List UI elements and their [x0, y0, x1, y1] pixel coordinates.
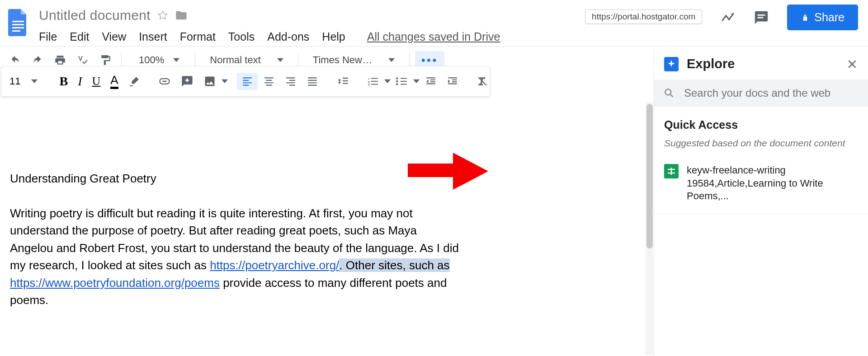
text-color-button[interactable]: A	[106, 71, 123, 92]
insert-image-icon[interactable]	[199, 72, 221, 90]
menu-file[interactable]: File	[39, 30, 57, 43]
quick-access-subtitle: Suggested based on the document content	[664, 138, 858, 149]
annotation-arrow-icon	[408, 151, 489, 192]
align-left-icon[interactable]	[237, 73, 258, 90]
clear-formatting-icon[interactable]	[472, 73, 493, 90]
decrease-indent-icon[interactable]	[420, 73, 441, 90]
paragraph-style-value: Normal text	[210, 54, 260, 66]
close-icon[interactable]	[846, 58, 858, 70]
svg-rect-5	[758, 17, 764, 18]
menu-tools[interactable]: Tools	[228, 30, 255, 43]
quick-access-detail: 19584,Article,Learning to Write Poems,..…	[687, 177, 858, 203]
add-comment-icon[interactable]	[176, 72, 198, 90]
font-dropdown[interactable]: Times New…	[304, 52, 404, 68]
zoom-dropdown[interactable]: 100%	[127, 52, 189, 68]
line-spacing-icon[interactable]	[332, 72, 354, 90]
vertical-scrollbar[interactable]	[646, 102, 653, 355]
comments-icon[interactable]	[754, 10, 769, 25]
document-title[interactable]: Untitled document	[39, 8, 151, 23]
svg-rect-0	[12, 21, 24, 22]
insert-link-icon[interactable]	[154, 72, 175, 90]
document-page[interactable]: Understanding Great Poetry Writing poetr…	[0, 102, 470, 309]
scroll-thumb[interactable]	[646, 104, 653, 248]
bold-button[interactable]: B	[55, 71, 72, 91]
svg-rect-3	[12, 30, 20, 32]
chevron-down-icon	[31, 78, 38, 84]
svg-rect-2	[12, 27, 24, 28]
font-value: Times New…	[313, 54, 372, 66]
font-size-dropdown[interactable]: 11	[6, 74, 46, 89]
align-justify-icon[interactable]	[302, 73, 323, 90]
explore-search[interactable]	[654, 80, 868, 107]
share-label: Share	[814, 11, 844, 24]
share-button[interactable]: Share	[787, 5, 858, 30]
paragraph-style-dropdown[interactable]: Normal text	[201, 52, 292, 68]
explore-search-input[interactable]	[684, 87, 859, 99]
bulleted-list-icon[interactable]	[392, 73, 412, 90]
zoom-value: 100%	[139, 54, 164, 66]
underline-button[interactable]: U	[88, 72, 105, 91]
docs-logo-icon[interactable]	[5, 5, 31, 40]
increase-indent-icon[interactable]	[442, 73, 463, 90]
numbered-list-icon[interactable]	[363, 73, 383, 90]
svg-point-7	[665, 89, 671, 95]
align-right-icon[interactable]	[280, 73, 301, 90]
link-poetryarchive[interactable]: https://poetryarchive.org/	[210, 258, 339, 272]
doc-paragraph: Writing poetry is difficult but reading …	[10, 205, 460, 309]
align-center-icon[interactable]	[259, 73, 279, 90]
quick-access-filename: keyw-freelance-writing	[687, 164, 858, 177]
move-folder-icon[interactable]	[175, 9, 188, 22]
undo-icon[interactable]	[5, 52, 25, 68]
menu-insert[interactable]: Insert	[139, 30, 167, 43]
redo-icon[interactable]	[27, 52, 48, 68]
quick-access-title: Quick Access	[664, 118, 858, 131]
link-poetryfoundation[interactable]: https://www.poetryfoundation.org/poems	[10, 276, 220, 290]
header-right: https://portal.hostgator.com Share	[585, 5, 858, 30]
chevron-down-icon[interactable]	[222, 78, 228, 84]
menu-format[interactable]: Format	[180, 30, 216, 43]
svg-rect-4	[758, 14, 765, 15]
menu-help[interactable]: Help	[322, 30, 345, 43]
chevron-down-icon[interactable]	[413, 78, 420, 84]
sheets-icon	[664, 164, 679, 178]
font-size-value: 11	[9, 75, 20, 87]
explore-panel: Explore Quick Access Suggested based on …	[654, 48, 868, 356]
chevron-down-icon	[388, 57, 395, 63]
doc-heading: Understanding Great Poetry	[10, 170, 460, 187]
search-icon	[663, 87, 675, 99]
quick-access-item[interactable]: keyw-freelance-writing 19584,Article,Lea…	[654, 153, 868, 214]
explore-icon	[664, 57, 679, 71]
highlight-button[interactable]	[124, 73, 145, 90]
activity-icon[interactable]	[720, 10, 736, 25]
chevron-down-icon	[277, 57, 283, 63]
url-tooltip: https://portal.hostgator.com	[585, 9, 702, 24]
menu-edit[interactable]: Edit	[70, 30, 89, 43]
explore-title: Explore	[687, 56, 838, 71]
app-header: Untitled document File Edit View Insert …	[0, 0, 868, 46]
chevron-down-icon[interactable]	[384, 78, 391, 84]
menu-addons[interactable]: Add-ons	[267, 30, 309, 43]
chevron-down-icon	[173, 57, 179, 63]
menu-view[interactable]: View	[102, 30, 126, 43]
svg-rect-1	[12, 24, 24, 25]
star-icon[interactable]	[157, 9, 169, 21]
italic-button[interactable]: I	[73, 71, 86, 91]
toolbar-secondary: 11 B I U A	[1, 66, 490, 97]
save-status[interactable]: All changes saved in Drive	[367, 30, 500, 43]
